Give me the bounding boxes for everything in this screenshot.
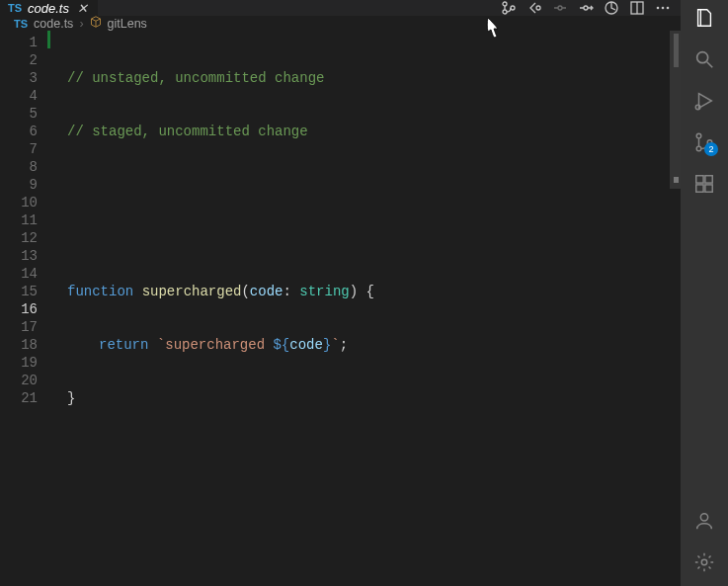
revision-nav-icon[interactable] [526, 0, 542, 16]
svg-point-8 [657, 7, 660, 10]
line-number: 5 [0, 105, 38, 123]
scm-badge: 2 [704, 142, 718, 156]
more-actions-icon[interactable] [655, 0, 671, 16]
line-number: 18 [0, 336, 38, 354]
run-debug-icon[interactable] [692, 89, 716, 113]
svg-point-11 [697, 52, 708, 63]
code-text: // unstaged, uncommitted change [67, 70, 324, 86]
breadcrumb[interactable]: TS code.ts › gitLens [0, 16, 681, 31]
svg-point-10 [667, 7, 670, 10]
svg-point-12 [695, 105, 700, 110]
svg-rect-17 [696, 185, 703, 192]
line-number: 20 [0, 372, 38, 389]
svg-point-5 [584, 6, 588, 10]
settings-gear-icon[interactable] [692, 550, 716, 574]
source-control-icon[interactable]: 2 [692, 130, 716, 154]
extensions-icon[interactable] [692, 172, 716, 196]
editor-column: TS code.ts ✕ [0, 0, 681, 586]
line-number: 3 [0, 69, 38, 87]
line-number: 1 [0, 34, 38, 51]
svg-point-13 [696, 133, 701, 138]
svg-rect-19 [705, 176, 712, 183]
line-number: 10 [0, 194, 38, 211]
breadcrumb-symbol[interactable]: gitLens [108, 17, 147, 31]
close-icon[interactable]: ✕ [75, 1, 90, 16]
explorer-icon[interactable] [692, 6, 716, 30]
line-number: 16 [0, 300, 38, 318]
search-icon[interactable] [692, 47, 716, 71]
svg-point-14 [696, 146, 701, 151]
overview-ruler[interactable] [667, 31, 681, 586]
lang-badge: TS [8, 2, 22, 14]
git-gutter-indicator [47, 31, 50, 48]
line-number: 13 [0, 247, 38, 265]
symbol-icon [90, 16, 102, 31]
svg-point-3 [536, 6, 540, 10]
svg-rect-16 [696, 176, 703, 183]
line-number: 2 [0, 51, 38, 69]
line-number: 12 [0, 229, 38, 247]
next-commit-icon[interactable] [578, 0, 594, 16]
line-number-gutter: 123456789101112131415161718192021 [0, 31, 51, 586]
line-number: 21 [0, 389, 38, 407]
svg-rect-18 [705, 185, 712, 192]
svg-point-4 [558, 6, 562, 10]
line-number: 11 [0, 211, 38, 229]
git-changes-icon[interactable] [501, 0, 517, 16]
split-editor-icon[interactable] [629, 0, 645, 16]
overview-mark [674, 34, 679, 67]
svg-point-21 [701, 559, 707, 565]
line-number: 19 [0, 354, 38, 372]
editor-actions [501, 0, 681, 16]
activity-bar: 2 [681, 0, 728, 586]
svg-point-9 [662, 7, 665, 10]
overview-mark [674, 177, 679, 183]
svg-point-0 [503, 2, 507, 6]
svg-point-1 [503, 10, 507, 14]
editor[interactable]: 123456789101112131415161718192021 // uns… [0, 31, 681, 586]
line-number: 15 [0, 283, 38, 300]
breadcrumb-file[interactable]: code.ts [34, 17, 73, 31]
line-number: 17 [0, 318, 38, 336]
line-number: 4 [0, 87, 38, 105]
toggle-blame-icon[interactable] [604, 0, 619, 16]
tab-bar: TS code.ts ✕ [0, 0, 681, 16]
chevron-right-icon: › [79, 17, 83, 31]
line-number: 7 [0, 140, 38, 158]
code-area[interactable]: // unstaged, uncommitted change // stage… [51, 31, 681, 586]
tab-filename: code.ts [28, 1, 69, 16]
line-number: 14 [0, 265, 38, 283]
line-number: 9 [0, 176, 38, 194]
prev-commit-icon[interactable] [552, 0, 568, 16]
code-text: // staged, uncommitted change [67, 124, 308, 139]
line-number: 6 [0, 123, 38, 140]
svg-point-20 [700, 514, 707, 521]
line-number: 8 [0, 158, 38, 176]
tab-code-ts[interactable]: TS code.ts ✕ [0, 0, 99, 16]
accounts-icon[interactable] [692, 509, 716, 533]
lang-badge: TS [14, 18, 28, 30]
